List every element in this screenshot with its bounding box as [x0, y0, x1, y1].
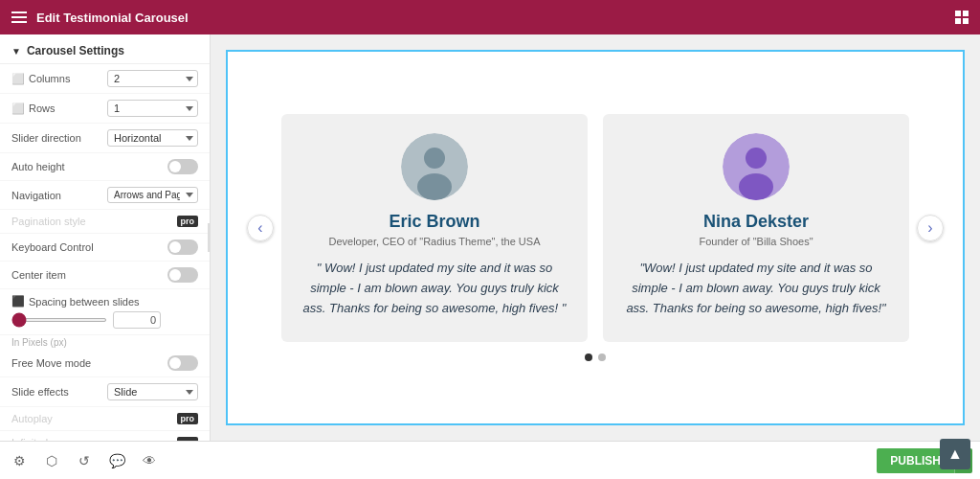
auto-height-label: Auto height: [11, 161, 65, 172]
keyboard-control-toggle[interactable]: [167, 240, 198, 255]
spacing-value-input[interactable]: [113, 311, 161, 329]
history-icon[interactable]: ↺: [73, 449, 96, 472]
carousel-pagination-dots: [585, 354, 606, 361]
spacing-icon: ⬛: [11, 295, 25, 308]
autoplay-pro-badge: pro: [177, 413, 199, 424]
testimonial-card: Eric Brown Developer, CEO of "Radius The…: [281, 114, 588, 341]
slider-direction-select[interactable]: HorizontalVertical: [107, 129, 198, 147]
section-title: ▼ Carousel Settings: [0, 34, 210, 64]
person-title-2: Founder of "Billa Shoes": [699, 236, 813, 247]
spacing-slider-container: [11, 311, 161, 329]
carousel-items: Eric Brown Developer, CEO of "Radius The…: [274, 114, 917, 341]
keyboard-control-setting: Keyboard Control: [0, 234, 210, 262]
hamburger-icon[interactable]: [11, 11, 27, 23]
visibility-icon[interactable]: 👁: [138, 449, 161, 472]
svg-point-5: [739, 173, 773, 200]
svg-point-4: [746, 148, 767, 169]
navigation-setting: Navigation Arrows and Paginatio...Arrows…: [0, 181, 210, 210]
avatar: [401, 133, 468, 200]
header-icons: [955, 11, 969, 24]
rows-icon: ⬜: [11, 103, 25, 115]
grid-icon[interactable]: [955, 11, 969, 24]
layers-icon[interactable]: ⬡: [40, 449, 63, 472]
svg-point-1: [424, 148, 445, 169]
testimonial-quote-1: " Wow! I just updated my site and it was…: [301, 259, 568, 318]
settings-icon[interactable]: ⚙: [8, 449, 31, 472]
free-move-toggle[interactable]: [167, 355, 198, 371]
pagination-style-setting: Pagination style pro: [0, 210, 210, 234]
slide-effects-label: Slide effects: [11, 386, 69, 398]
infinite-loop-pro-badge: pro: [177, 437, 199, 441]
navigation-select[interactable]: Arrows and Paginatio...ArrowsPaginationN…: [107, 187, 198, 203]
header-title: Edit Testimonial Carousel: [36, 11, 189, 25]
keyboard-control-label: Keyboard Control: [11, 241, 94, 253]
columns-select[interactable]: 2134: [107, 70, 198, 87]
carousel-next-button[interactable]: ›: [917, 215, 944, 241]
monitor-icon: ⬜: [11, 73, 25, 85]
comments-icon[interactable]: 💬: [105, 449, 128, 472]
avatar: [723, 133, 790, 200]
free-move-setting: Free Move mode: [0, 350, 210, 377]
free-move-label: Free Move mode: [11, 357, 91, 369]
center-item-label: Center item: [11, 269, 66, 281]
slider-direction-label: Slider direction: [11, 132, 81, 144]
infinite-loop-label: Infinite Loop: [11, 437, 69, 441]
header: Edit Testimonial Carousel: [0, 0, 980, 34]
spacing-unit-label: In Pixels (px): [0, 335, 210, 350]
preview-canvas: ‹ Eric Brown Developer, CEO: [226, 50, 965, 425]
svg-point-2: [417, 173, 452, 200]
columns-setting: ⬜ Columns 2134: [0, 64, 210, 94]
person-name-1: Eric Brown: [389, 212, 479, 232]
slide-effects-select[interactable]: SlideFadeCube: [107, 383, 198, 400]
slide-effects-setting: Slide effects SlideFadeCube: [0, 377, 210, 407]
preview-area: ‹ Eric Brown Developer, CEO: [211, 34, 980, 441]
person-name-2: Nina Dekster: [703, 212, 809, 232]
pagination-dot-1[interactable]: [585, 354, 592, 361]
slider-direction-setting: Slider direction HorizontalVertical: [0, 124, 210, 153]
avatar-image-2: [723, 133, 790, 200]
center-item-toggle[interactable]: [167, 267, 198, 283]
chevron-icon: ▼: [11, 46, 21, 57]
main-layout: ▼ Carousel Settings ⬜ Columns 2134 ⬜ Row…: [0, 34, 980, 441]
carousel-prev-button[interactable]: ‹: [247, 215, 274, 241]
avatar-image-1: [401, 133, 468, 200]
autoplay-setting: Autoplay pro: [0, 407, 210, 431]
toolbar-icons: ⚙ ⬡ ↺ 💬 👁: [8, 449, 161, 472]
navigation-label: Navigation: [11, 190, 61, 201]
sidebar-collapse-button[interactable]: ‹: [208, 223, 211, 252]
testimonial-card: Nina Dekster Founder of "Billa Shoes" "W…: [603, 114, 909, 341]
rows-select[interactable]: 123: [107, 100, 198, 117]
pagination-pro-badge: pro: [177, 216, 199, 227]
rows-label: ⬜ Rows: [11, 103, 56, 115]
pagination-style-label: Pagination style: [11, 216, 86, 227]
spacing-range-input[interactable]: [11, 318, 107, 322]
infinite-loop-setting: Infinite Loop pro: [0, 431, 210, 441]
center-item-setting: Center item: [0, 262, 210, 289]
person-title-1: Developer, CEO of "Radius Theme", the US…: [329, 236, 541, 247]
spacing-setting: ⬛ Spacing between slides: [0, 289, 210, 335]
columns-label: ⬜ Columns: [11, 73, 70, 85]
rows-setting: ⬜ Rows 123: [0, 94, 210, 124]
bottom-toolbar: ⚙ ⬡ ↺ 💬 👁 PUBLISH ▾: [0, 441, 980, 479]
sidebar: ▼ Carousel Settings ⬜ Columns 2134 ⬜ Row…: [0, 34, 211, 441]
carousel-wrapper: ‹ Eric Brown Developer, CEO: [247, 114, 944, 341]
auto-height-setting: Auto height: [0, 153, 210, 181]
scroll-top-button[interactable]: ▲: [940, 439, 970, 469]
auto-height-toggle[interactable]: [167, 159, 198, 174]
testimonial-quote-2: "Wow! I just updated my site and it was …: [622, 259, 890, 318]
pagination-dot-2[interactable]: [598, 354, 606, 361]
autoplay-label: Autoplay: [11, 413, 53, 424]
spacing-label: ⬛ Spacing between slides: [11, 295, 140, 308]
